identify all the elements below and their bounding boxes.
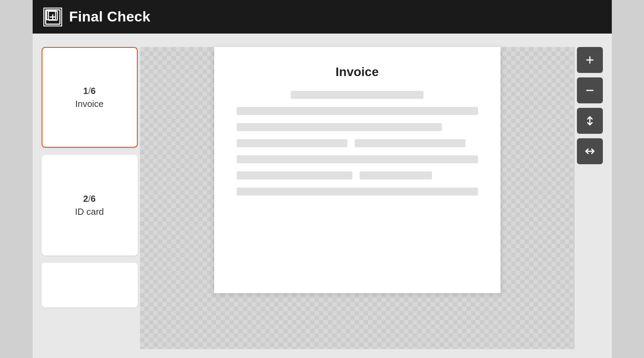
doc-line-6 bbox=[237, 155, 478, 163]
expand-vertical-button[interactable] bbox=[577, 108, 603, 134]
app-window: Final Check 1/6 Invoice 2/6 ID card bbox=[33, 0, 612, 358]
plus-icon bbox=[585, 55, 595, 65]
doc-card-1-name: Invoice bbox=[75, 99, 103, 109]
preview-area: Invoice bbox=[140, 47, 575, 349]
doc-card-1-number: 1/6 bbox=[83, 86, 96, 96]
header: Final Check bbox=[33, 0, 612, 34]
doc-row-2 bbox=[237, 171, 478, 179]
document-title: Invoice bbox=[237, 65, 478, 79]
toolbar bbox=[577, 47, 603, 349]
doc-line-7 bbox=[237, 171, 352, 179]
doc-line-9 bbox=[237, 188, 478, 196]
app-title: Final Check bbox=[69, 9, 151, 25]
doc-card-2-name: ID card bbox=[75, 207, 104, 217]
sidebar: 1/6 Invoice 2/6 ID card bbox=[42, 47, 138, 349]
doc-line-1 bbox=[291, 91, 424, 99]
expand-horizontal-button[interactable] bbox=[577, 138, 603, 164]
doc-line-3 bbox=[237, 123, 442, 131]
doc-card-2-number: 2/6 bbox=[83, 194, 96, 204]
app-logo-icon bbox=[43, 8, 62, 26]
doc-card-1[interactable]: 1/6 Invoice bbox=[42, 47, 138, 148]
doc-row-1 bbox=[237, 139, 478, 147]
document-preview: Invoice bbox=[214, 47, 500, 293]
doc-line-8 bbox=[360, 171, 432, 179]
doc-line-5 bbox=[355, 139, 466, 147]
doc-line-4 bbox=[237, 139, 347, 147]
svg-rect-1 bbox=[48, 11, 57, 20]
zoom-in-button[interactable] bbox=[577, 47, 603, 73]
minus-icon bbox=[585, 85, 595, 96]
doc-card-3[interactable] bbox=[42, 263, 138, 307]
zoom-out-button[interactable] bbox=[577, 77, 603, 103]
doc-line-2 bbox=[237, 107, 478, 115]
main-content: 1/6 Invoice 2/6 ID card Invoice bbox=[33, 34, 612, 358]
doc-card-2[interactable]: 2/6 ID card bbox=[42, 155, 138, 256]
arrows-horizontal-icon bbox=[585, 146, 595, 157]
logo-svg bbox=[45, 9, 61, 25]
arrows-vertical-icon bbox=[585, 115, 595, 126]
